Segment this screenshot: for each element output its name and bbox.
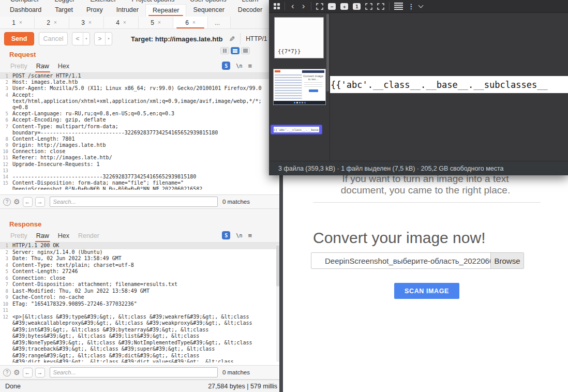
cancel-button[interactable]: Cancel [39,32,68,46]
line-number: 1 [0,73,8,79]
view-tab[interactable]: Hex [57,62,70,72]
response-search-input[interactable] [50,367,218,378]
line-number [0,333,8,340]
line-number: 10 [0,148,8,155]
next-match-button[interactable]: → [35,368,45,378]
rows-layout-icon[interactable] [231,47,240,54]
history-forward-button[interactable]: > ▼ [94,32,112,46]
response-line: 3Date: Thu, 02 Jun 2022 13:58:49 GMT [0,255,282,262]
view-tab[interactable]: Hex [57,231,70,242]
line-text: Connection: close [12,275,65,282]
view-tab[interactable]: Raw [35,62,50,72]
gear-icon[interactable]: ⚙ [13,198,20,206]
response-view-tabs: PrettyRawHexRender [9,231,100,242]
line-text: Content-Disposition: form-data; name="fi… [12,180,184,186]
request-search-input[interactable] [50,197,218,207]
status-timing: 27,584 bytes | 579 millis [208,383,277,390]
editor-menu-icon[interactable]: ≡ [248,232,252,239]
thumbnail-grid-icon[interactable] [274,3,280,9]
chevron-down-icon[interactable] [418,3,424,8]
request-view-tabs: PrettyRawHex [9,62,70,72]
burp-main-tab[interactable]: Dashboard [3,4,48,17]
line-number [0,320,8,327]
fullscreen-icon[interactable] [365,3,372,10]
zoom-in-icon[interactable]: + [340,3,348,10]
thumbnail-scrollbar[interactable] [326,14,329,92]
send-button[interactable]: Send [4,32,34,46]
file-upload-control[interactable]: DeepinScreenshot_выберите-область_202206… [311,252,524,269]
editor-menu-icon[interactable]: ≡ [248,62,252,70]
view-tab[interactable]: Raw [35,231,50,242]
show-newlines-icon[interactable]: \n [236,63,242,69]
previous-image-icon[interactable]: ‹ [290,3,296,10]
line-number: 3 [0,85,8,92]
scan-image-button[interactable]: SCAN IMAGE [394,283,459,299]
burp-status-bar: Done 27,584 bytes | 579 millis [0,380,282,392]
gear-icon[interactable]: ⚙ [13,368,20,376]
show-newlines-icon[interactable]: \n [236,233,242,238]
zoom-fit-icon[interactable] [316,3,323,10]
response-editor-icons: S \n ≡ [222,231,252,239]
burp-main-tab[interactable]: Decoder [231,4,269,17]
repeater-tab[interactable]: ... [208,17,231,28]
help-icon[interactable]: ? [3,369,11,376]
previous-match-button[interactable]: ← [23,368,33,378]
pretty-print-icon[interactable]: S [222,231,230,239]
single-layout-icon[interactable] [241,47,250,54]
edit-target-icon[interactable]: ✎ [228,36,236,42]
next-match-button[interactable]: → [35,197,45,207]
thumbnail-selected-payload[interactable]: {{'abc'.__class__.__base__.__subcl [271,125,322,134]
layout-toggle-group [220,47,250,54]
history-back-button[interactable]: < ▼ [72,32,90,46]
request-line: 13 [0,168,282,174]
next-image-icon[interactable]: › [301,3,307,10]
view-tab[interactable]: Pretty [9,231,28,242]
burp-main-tab[interactable]: Repeater [145,4,186,17]
close-tab-icon[interactable]: × [158,20,161,25]
request-editor[interactable]: 1POST /scanner HTTP/1.1 2Host: images.la… [0,72,282,194]
repeater-tab[interactable]: 6× [173,17,208,28]
close-tab-icon[interactable]: × [19,20,22,25]
repeater-tab[interactable]: 2× [35,17,69,28]
close-tab-icon[interactable]: × [192,20,196,25]
http-version-toggle[interactable]: HTTP/1 [246,35,267,42]
slideshow-icon[interactable] [377,3,384,10]
zoom-original-icon[interactable]: 1 [353,3,361,10]
line-number: 4 [0,262,8,269]
repeater-tab[interactable]: 5× [139,17,173,28]
response-editor[interactable]: 1HTTP/1.1 200 OK 2Server: nginx/1.14.0 (… [0,242,282,365]
line-text: Accept: [12,92,34,98]
repeater-tab[interactable]: 4× [104,17,139,28]
thumbnail-screenshot[interactable]: Convert image to tex... [273,69,326,105]
close-tab-icon[interactable]: × [88,20,92,25]
view-tab[interactable]: Pretty [9,62,28,72]
list-view-icon[interactable] [394,3,403,10]
response-line: &#39;int&#39;&gt;, &lt;class &#39;bytear… [0,327,282,334]
forward-dropdown-icon[interactable]: ▼ [105,33,112,45]
thumbnail-ssti-payloads[interactable]: {{7*7}}${7*7}<%= 7*7 %>${{7*7}} [274,17,324,58]
close-tab-icon[interactable]: × [123,20,126,25]
request-line: 6Accept-Encoding: gzip, deflate [0,117,282,123]
back-dropdown-icon[interactable]: ▼ [83,33,89,45]
file-input-value[interactable]: DeepinScreenshot_выберите-область_202206… [311,253,490,268]
repeater-tab[interactable]: 1× [0,17,35,28]
response-line: &#39;traceback&#39;&gt;, &lt;class &#39;… [0,346,282,353]
more-options-icon[interactable]: ⋮ [408,3,414,10]
line-number: 5 [0,111,8,117]
pretty-print-icon[interactable]: S [222,62,230,70]
previous-match-button[interactable]: ← [23,197,33,207]
burp-main-tab[interactable]: Intruder [110,4,145,17]
close-tab-icon[interactable]: × [54,20,57,25]
help-icon[interactable]: ? [3,198,11,206]
burp-main-tab[interactable]: Sequencer [186,4,231,17]
zoom-out-icon[interactable]: − [328,3,336,10]
line-text: POST /scanner HTTP/1.1 [12,73,81,79]
burp-main-tab[interactable]: Proxy [80,4,110,17]
request-search-bar: ? ⚙ ← → 0 matches [0,194,282,209]
repeater-toolbar: Send Cancel < ▼ > ▼ Target: http://image… [0,29,267,49]
burp-main-tab[interactable]: Target [48,4,80,17]
view-tab[interactable]: Render [77,231,100,242]
browse-button[interactable]: Browse [490,253,524,268]
repeater-tab[interactable]: 3× [69,17,104,28]
columns-layout-icon[interactable] [220,47,229,54]
